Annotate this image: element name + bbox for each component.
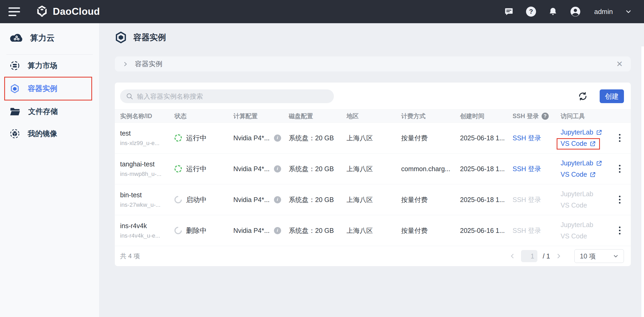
instance-name-cell: ins-r4v4k ins-r4v4k_u-e...	[120, 222, 174, 239]
tool-link-label: JupyterLab	[561, 128, 593, 136]
tool-link-jupyterlab: JupyterLab	[561, 190, 593, 198]
status-label: 运行中	[186, 164, 207, 174]
sidebar-title: 算力云	[30, 32, 55, 44]
tool-link-vs-code: VS Code	[561, 201, 587, 209]
brand-name: DaoCloud	[53, 6, 100, 17]
pagination: 1 / 1 10 项	[509, 249, 624, 263]
tool-link-vs-code[interactable]: VS Code	[561, 171, 596, 178]
instance-id: ins-27wkw_u-...	[120, 201, 174, 208]
region: 上海八区	[347, 165, 401, 173]
status-icon	[173, 194, 183, 205]
sidebar-item-computing-market[interactable]: 算力市场	[0, 55, 99, 77]
external-link-icon	[596, 129, 602, 136]
page-head: 容器实例	[115, 31, 631, 44]
scrollbar[interactable]	[641, 46, 644, 317]
tool-link-label: VS Code	[561, 171, 587, 178]
row-actions-button[interactable]	[617, 132, 622, 143]
instance-name-cell: tanghai-test ins-mwp8h_u-...	[120, 160, 174, 177]
table-row: ins-r4v4k ins-r4v4k_u-e... 删除中 Nvidia P4…	[115, 215, 631, 246]
region: 上海八区	[347, 195, 401, 204]
disk-config: 系统盘：20 GB	[289, 195, 347, 204]
col-status: 状态	[174, 112, 233, 120]
tool-link-vs-code[interactable]: VS Code	[557, 138, 600, 150]
instance-id: ins-r4v4k_u-e...	[120, 232, 174, 239]
toolbar: 创建	[115, 89, 631, 103]
row-actions-button[interactable]	[617, 194, 622, 205]
disk-config: 系统盘：20 GB	[289, 165, 347, 173]
topbar: DaoCloud ? admin	[0, 0, 644, 23]
tool-link-label: JupyterLab	[561, 159, 593, 167]
main-content: 容器实例 容器实例 ✕	[100, 23, 644, 317]
prev-page-button[interactable]	[509, 253, 516, 260]
instance-name-cell: test ins-xlz99_u-e...	[120, 129, 174, 147]
created-time: 2025-06-18 1...	[460, 134, 513, 142]
page-title: 容器实例	[133, 32, 166, 43]
help-icon[interactable]: ?	[526, 7, 536, 17]
active-item-annotation: 容器实例	[4, 77, 92, 100]
status-label: 启动中	[186, 195, 207, 204]
disk-config: 系统盘：20 GB	[289, 134, 347, 142]
col-disk-config: 磁盘配置	[289, 112, 347, 120]
sidebar-item-container-instances[interactable]: 容器实例	[5, 78, 91, 100]
sidebar-item-file-storage[interactable]: 文件存储	[0, 100, 99, 123]
info-icon[interactable]: i	[274, 227, 281, 234]
user-menu-chevron-icon[interactable]	[625, 8, 632, 15]
ssh-login-link[interactable]: SSH 登录	[513, 165, 541, 172]
status-icon	[173, 225, 183, 236]
compute-config: Nvidia P4*...	[233, 227, 270, 234]
status-icon	[174, 165, 182, 172]
access-tools: JupyterLab VS Code	[561, 159, 614, 178]
billing-mode: 按量付费	[401, 226, 460, 235]
created-time: 2025-06-18 1...	[460, 196, 513, 204]
external-link-icon	[596, 160, 602, 166]
sidebar: 算力云 算力市场	[0, 23, 100, 317]
external-link-icon	[590, 171, 596, 178]
search-input[interactable]	[137, 93, 331, 100]
status-cell: 运行中	[174, 133, 233, 143]
create-button[interactable]: 创建	[600, 89, 624, 103]
tool-link-jupyterlab[interactable]: JupyterLab	[561, 159, 602, 167]
tool-link-vs-code: VS Code	[561, 232, 587, 240]
sidebar-item-my-images[interactable]: 我的镜像	[0, 123, 99, 145]
status-cell: 运行中	[174, 164, 233, 174]
breadcrumb-chevron-icon[interactable]	[122, 61, 129, 67]
tool-link-jupyterlab[interactable]: JupyterLab	[561, 128, 602, 136]
info-icon[interactable]: i	[274, 196, 281, 203]
container-instances-icon	[10, 84, 20, 94]
sidebar-nav: 算力市场 容器实例	[0, 55, 99, 145]
compute-cell: Nvidia P4*... i	[233, 196, 289, 204]
page-input[interactable]: 1	[521, 250, 537, 262]
messages-icon[interactable]	[504, 7, 514, 17]
breadcrumb-close-button[interactable]: ✕	[616, 60, 623, 68]
col-access-tools: 访问工具	[561, 112, 614, 120]
tool-link-label: VS Code	[561, 140, 587, 147]
col-billing-mode: 计费方式	[401, 112, 460, 120]
user-name: admin	[594, 8, 613, 16]
info-icon[interactable]: i	[274, 165, 281, 172]
menu-button[interactable]	[8, 7, 20, 16]
user-avatar[interactable]	[570, 6, 581, 17]
daocloud-logo-icon	[35, 5, 49, 18]
ssh-help-icon[interactable]: ?	[542, 113, 549, 120]
breadcrumb-label: 容器实例	[135, 59, 162, 69]
ssh-login-link[interactable]: SSH 登录	[513, 134, 541, 142]
next-page-button[interactable]	[555, 253, 562, 260]
refresh-button[interactable]	[577, 91, 588, 102]
sidebar-header: 算力云	[9, 31, 99, 45]
instance-name: tanghai-test	[120, 160, 174, 168]
disk-config: 系统盘：20 GB	[289, 226, 347, 235]
info-icon[interactable]: i	[274, 135, 281, 142]
region: 上海八区	[347, 134, 401, 142]
brand-logo[interactable]: DaoCloud	[35, 5, 100, 18]
row-actions-button[interactable]	[617, 163, 622, 174]
compute-cell: Nvidia P4*... i	[233, 165, 289, 173]
page-size-select[interactable]: 10 项	[574, 249, 624, 263]
table-row: test ins-xlz99_u-e... 运行中 Nvidia P4*... …	[115, 123, 631, 153]
table-body: test ins-xlz99_u-e... 运行中 Nvidia P4*... …	[115, 123, 631, 246]
compute-config: Nvidia P4*...	[233, 134, 270, 142]
billing-mode: 按量付费	[401, 195, 460, 204]
row-actions-button[interactable]	[617, 225, 622, 236]
tool-link-label: VS Code	[561, 201, 587, 209]
notifications-icon[interactable]	[548, 7, 558, 17]
col-compute-config: 计算配置	[233, 112, 289, 120]
